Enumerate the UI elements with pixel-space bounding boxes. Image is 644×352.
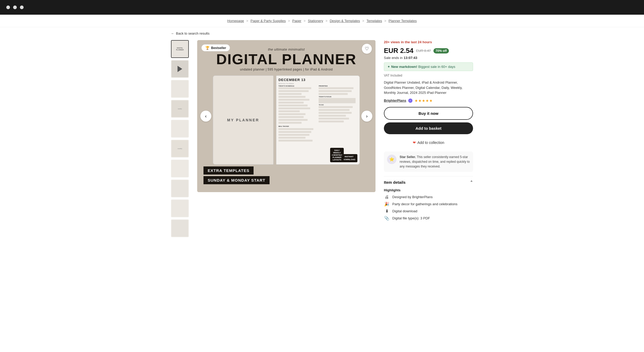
priority-line-3 <box>319 93 348 95</box>
item-details-section[interactable]: Item details ⌃ <box>384 176 473 185</box>
meal-line-3 <box>278 134 309 136</box>
right-arrow-icon: › <box>366 113 368 119</box>
schedule-line-6 <box>278 102 304 104</box>
todo-line-5 <box>319 118 349 120</box>
thumbnail-7[interactable] <box>171 160 189 177</box>
image-next-button[interactable]: › <box>361 111 372 122</box>
thumbnail-6[interactable]: monthly <box>171 140 189 158</box>
schedule-line-7 <box>278 105 308 106</box>
todo-line-1 <box>319 106 353 108</box>
buy-it-now-button[interactable]: Buy it now <box>384 107 473 120</box>
highlight-digital-download: ⬇ Digital download <box>384 209 473 214</box>
breadcrumb-paper[interactable]: Paper <box>292 19 302 23</box>
breadcrumb-sep-6: > <box>384 19 387 23</box>
star-seller-icon: ⭐ <box>387 155 396 164</box>
planner-right-col: PRIORITIES TODAY'S FOCUS TO DO <box>319 85 357 142</box>
planner-monthly-label: MONTHLY PLANNER <box>278 83 357 84</box>
schedule-line-1 <box>278 87 311 89</box>
thumbnail-8[interactable] <box>171 180 189 197</box>
seller-name-link[interactable]: BrighterPlans <box>384 99 406 102</box>
window-dot-yellow <box>13 6 17 9</box>
product-description: Digital Planner Undated, iPad & Android … <box>384 80 473 95</box>
item-details-label: Item details <box>384 180 406 185</box>
highlights-title: Highlights <box>384 188 473 192</box>
todo-line-2 <box>319 109 350 111</box>
window-dot-red <box>6 6 10 9</box>
highlight-file-type: 📎 Digital file type(s): 3 PDF <box>384 216 473 221</box>
views-badge: 20+ views in the last 24 hours <box>384 40 473 44</box>
breadcrumb: Homepage > Paper & Party Supplies > Pape… <box>0 15 644 27</box>
window-dot-green <box>20 6 24 9</box>
breadcrumb-sep-3: > <box>304 19 307 23</box>
breadcrumb-homepage[interactable]: Homepage <box>227 19 244 23</box>
todo-label: TO DO <box>319 104 357 106</box>
breadcrumb-design-templates[interactable]: Design & Templates <box>330 19 360 23</box>
thumbnail-1[interactable]: DIGITALPLANNER <box>171 40 189 58</box>
chevron-up-icon: ⌃ <box>470 180 473 184</box>
party-decor-icon: 🎉 <box>384 202 390 207</box>
thumbnail-10[interactable] <box>171 219 189 237</box>
star-seller-box: ⭐ Star Seller. This seller consistently … <box>384 151 473 172</box>
planner-left-page: MY PLANNER <box>213 75 273 165</box>
meal-line-1 <box>278 128 313 130</box>
heart-icon: ♡ <box>365 46 369 52</box>
left-arrow-icon: ‹ <box>205 113 207 119</box>
priority-line-1 <box>319 87 353 89</box>
breadcrumb-planner-templates[interactable]: Planner Templates <box>389 19 417 23</box>
breadcrumb-templates[interactable]: Templates <box>367 19 382 23</box>
breadcrumb-stationery[interactable]: Stationery <box>308 19 323 23</box>
todo-line-4 <box>319 115 346 117</box>
seller-stars: ★★★★★ <box>415 99 433 103</box>
breadcrumb-sep-2: > <box>288 19 291 23</box>
schedule-line-11 <box>278 116 304 118</box>
schedule-line-8 <box>278 107 310 109</box>
sale-ends-text: Sale ends in 13:07:43 <box>384 56 473 60</box>
image-prev-button[interactable]: ‹ <box>200 111 211 122</box>
overlay-labels: EXTRA TEMPLATES SUNDAY & MONDAY START <box>197 166 375 192</box>
seller-row: BrighterPlans ✓ ★★★★★ <box>384 99 473 103</box>
todo-lines <box>319 106 357 123</box>
bestseller-label: Bestseller <box>211 46 226 50</box>
thumb-play-icon <box>171 61 188 77</box>
add-to-basket-button[interactable]: Add to basket <box>384 122 473 134</box>
schedule-line-5 <box>278 99 309 101</box>
schedule-line-3 <box>278 93 302 95</box>
meal-line-5 <box>278 140 313 142</box>
markdown-description: Biggest sale in 60+ days <box>418 65 455 69</box>
thumbnail-3[interactable] <box>171 80 189 98</box>
breadcrumb-sep-5: > <box>362 19 365 23</box>
planner-schedule-label: TODAY'S SCHEDULE <box>278 85 317 87</box>
favorite-heart-button[interactable]: ♡ <box>362 44 372 54</box>
bestseller-badge[interactable]: Bestseller <box>201 44 230 51</box>
meal-line-4 <box>278 137 305 139</box>
thumb-8-image <box>171 180 188 197</box>
price-main: EUR 2.54 <box>384 47 414 55</box>
back-to-search-link[interactable]: ← Back to search results <box>171 31 473 35</box>
thumb-5-image <box>171 120 188 137</box>
add-to-collection-button[interactable]: ❤ Add to collection <box>384 138 473 147</box>
play-triangle-icon <box>178 66 182 72</box>
thumb-3-image <box>171 80 188 97</box>
thumbnail-2-video[interactable] <box>171 60 189 78</box>
breadcrumb-paper-party[interactable]: Paper & Party Supplies <box>250 19 286 23</box>
thumb-9-image <box>171 200 188 217</box>
schedule-line-2 <box>278 90 309 92</box>
thumbnail-9[interactable] <box>171 199 189 217</box>
thumbnail-5[interactable] <box>171 120 189 138</box>
main-container: ← Back to search results DIGITALPLANNER … <box>165 27 479 248</box>
meal-tracker-label: MEAL TRACKER <box>278 126 317 127</box>
thumbnail-4[interactable]: weekly <box>171 100 189 118</box>
price-row: EUR 2.54 EUR 8.47 70% off <box>384 47 473 55</box>
planner-right-page: DECEMBER 13 MONTHLY PLANNER TODAY'S SCHE… <box>276 75 360 165</box>
planner-my-planner-text: MY PLANNER <box>227 118 259 122</box>
heart-red-icon: ❤ <box>413 140 416 145</box>
main-product-image: Bestseller ♡ ‹ › the ultimate minimalist… <box>197 40 375 192</box>
designed-by-icon: 🖨 <box>384 195 390 199</box>
vat-included-text: VAT Included <box>384 74 473 77</box>
star-seller-text: Star Seller. This seller consistently ea… <box>400 155 470 169</box>
planner-left-col: TODAY'S SCHEDULE <box>278 85 317 142</box>
product-info-panel: 20+ views in the last 24 hours EUR 2.54 … <box>384 40 473 223</box>
highlight-party-decor: 🎉 Party decor for gatherings and celebra… <box>384 202 473 207</box>
planner-subtitle: undated planner | 595 hyperlinked pages … <box>240 68 333 71</box>
priorities-label: PRIORITIES <box>319 85 357 87</box>
